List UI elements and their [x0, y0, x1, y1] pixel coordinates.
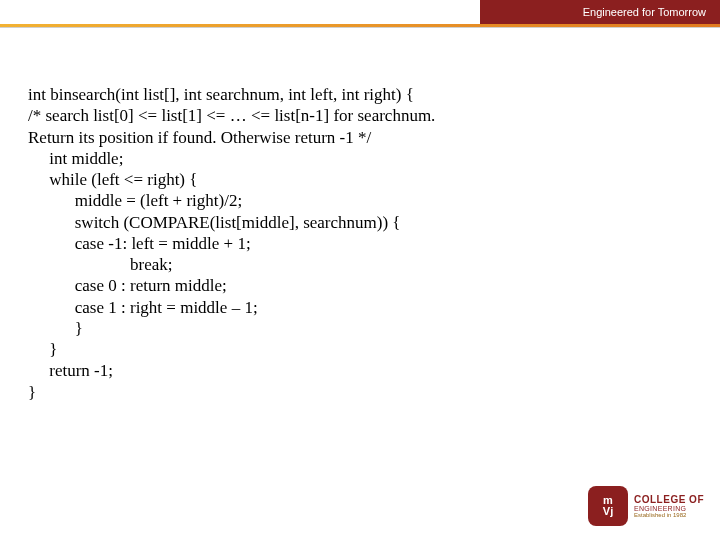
- code-line: switch (COMPARE(list[middle], searchnum)…: [28, 212, 688, 233]
- slide-header: Engineered for Tomorrow: [0, 0, 720, 38]
- code-line: case -1: left = middle + 1;: [28, 233, 688, 254]
- footer-logo: m Vj COLLEGE OF ENGINEERING Established …: [588, 486, 704, 526]
- logo-badge: m Vj: [588, 486, 628, 526]
- code-line: /* search list[0] <= list[1] <= … <= lis…: [28, 105, 688, 126]
- header-tag-bar: Engineered for Tomorrow: [480, 0, 720, 24]
- logo-line3: Established in 1982: [634, 512, 704, 518]
- code-line: }: [28, 318, 688, 339]
- code-line: }: [28, 382, 688, 403]
- code-line: }: [28, 339, 688, 360]
- header-divider: [0, 27, 720, 28]
- logo-text: COLLEGE OF ENGINEERING Established in 19…: [634, 495, 704, 518]
- logo-badge-bottom: Vj: [603, 506, 613, 517]
- code-line: return -1;: [28, 360, 688, 381]
- code-line: case 1 : right = middle – 1;: [28, 297, 688, 318]
- code-line: while (left <= right) {: [28, 169, 688, 190]
- code-line: int binsearch(int list[], int searchnum,…: [28, 84, 688, 105]
- header-tagline: Engineered for Tomorrow: [583, 6, 706, 18]
- code-line: break;: [28, 254, 688, 275]
- code-line: case 0 : return middle;: [28, 275, 688, 296]
- logo-line2: ENGINEERING: [634, 505, 704, 512]
- code-line: Return its position if found. Otherwise …: [28, 127, 688, 148]
- code-block: int binsearch(int list[], int searchnum,…: [28, 84, 688, 403]
- code-line: int middle;: [28, 148, 688, 169]
- code-line: middle = (left + right)/2;: [28, 190, 688, 211]
- logo-line1: COLLEGE OF: [634, 495, 704, 505]
